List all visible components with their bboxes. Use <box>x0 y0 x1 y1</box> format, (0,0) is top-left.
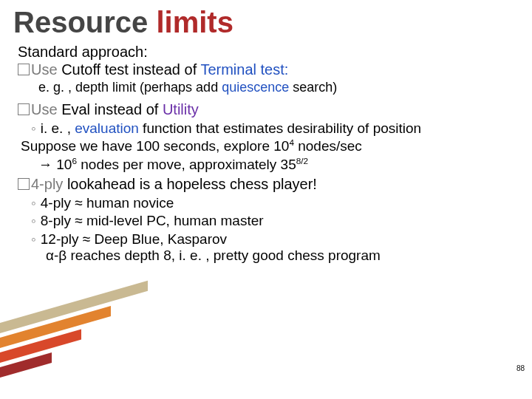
ply1: 4-ply ≈ human novice <box>41 195 174 211</box>
checkbox-icon <box>18 64 30 75</box>
s3pre: 10 <box>52 157 72 172</box>
ply-line2: ◦8-ply ≈ mid-level PC, human master <box>31 213 511 229</box>
ply3: 12-ply ≈ Deep Blue, Kasparov <box>41 231 227 247</box>
slide-title: Resource limits <box>0 0 532 39</box>
s1a: i. e. , <box>41 120 75 136</box>
checkbox-icon <box>18 178 30 190</box>
bullet-4ply: 4-ply lookahead is a hopeless chess play… <box>18 176 511 194</box>
title-plain: Resource <box>13 6 156 38</box>
cutoff-text: Cutoff test instead of <box>58 61 201 78</box>
exp82: 8/2 <box>296 156 308 166</box>
stripe-icon <box>0 330 81 380</box>
intro-text: Standard approach: <box>18 44 511 61</box>
note-a: e. g. , depth limit (perhaps add <box>38 80 222 95</box>
s1c: function that estimates desirability of … <box>139 120 421 136</box>
stripe-icon <box>0 352 52 395</box>
ply-line4: α-β reaches depth 8, i. e. , pretty good… <box>46 248 511 264</box>
caret-icon: ◦ <box>31 120 36 136</box>
fourply-rest: lookahead is a hopeless chess player! <box>63 176 317 192</box>
use-label: Use <box>31 61 58 78</box>
stripe-icon <box>0 306 111 365</box>
terminal-link: Terminal test: <box>200 61 288 78</box>
checkbox-icon <box>18 103 30 115</box>
caret-icon: ◦ <box>31 231 36 247</box>
ply4: α-β reaches depth 8, i. e. , pretty good… <box>46 248 381 263</box>
fourply-label: 4-ply <box>31 176 63 192</box>
utility-link: Utility <box>163 101 199 117</box>
s2mid: nodes/sec <box>294 138 362 154</box>
bullet-cutoff: Use Cutoff test instead of Terminal test… <box>18 61 511 79</box>
bullet-eval: Use Eval instead of Utility <box>18 101 511 119</box>
s2pre: Suppose we have 100 seconds, explore 10 <box>21 138 289 154</box>
arrow-icon: → <box>38 157 52 172</box>
ply2: 8-ply ≈ mid-level PC, human master <box>41 213 264 228</box>
eval-text: Eval instead of <box>58 101 163 117</box>
page-number: 88 <box>516 364 525 372</box>
evaluation-link: evaluation <box>75 120 139 136</box>
cutoff-note: e. g. , depth limit (perhaps add quiesce… <box>38 80 511 95</box>
slide-body: Standard approach: Use Cutoff test inste… <box>0 39 532 264</box>
stripe-icon <box>0 281 148 350</box>
caret-icon: ◦ <box>31 195 36 211</box>
eval-sub1: ◦i. e. , evaluation function that estima… <box>31 120 511 137</box>
quiescence-link: quiescence <box>222 80 289 95</box>
note-c: search) <box>289 80 337 95</box>
caret-icon: ◦ <box>31 213 36 228</box>
s3mid: nodes per move, approximately 35 <box>77 157 296 172</box>
ply-line3: ◦12-ply ≈ Deep Blue, Kasparov <box>31 231 511 248</box>
use-label: Use <box>31 101 58 117</box>
ply-line1: ◦4-ply ≈ human novice <box>31 195 511 211</box>
eval-sub2: Suppose we have 100 seconds, explore 104… <box>21 138 511 154</box>
title-accent: limits <box>156 6 233 38</box>
decorative-stripes <box>0 281 148 399</box>
eval-sub3: → 106 nodes per move, approximately 358/… <box>38 157 511 173</box>
